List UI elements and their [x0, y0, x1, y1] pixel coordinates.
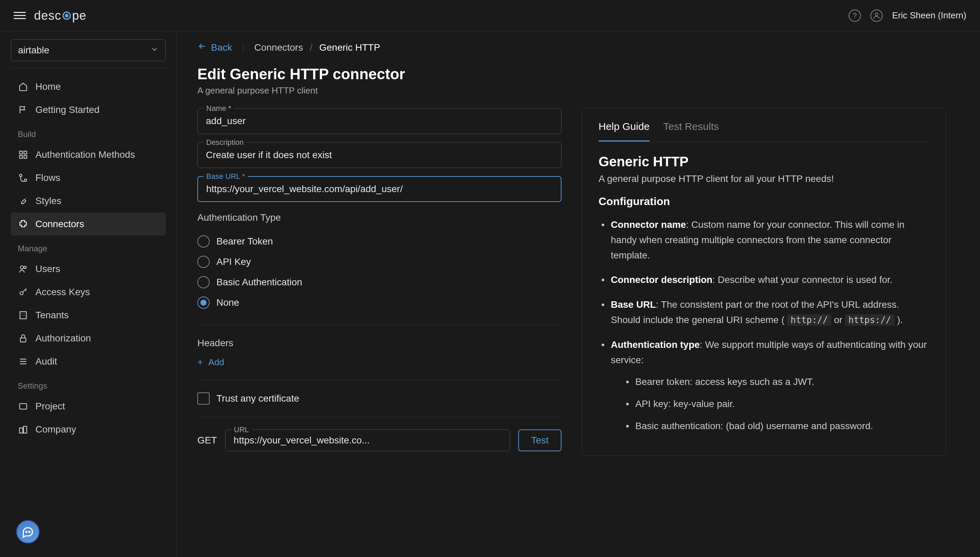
section-build: Build — [11, 121, 166, 143]
config-item: Base URL: The consistent part or the roo… — [599, 297, 929, 328]
svg-point-11 — [20, 292, 23, 295]
divider — [198, 380, 562, 380]
content: Back Connectors / Generic HTTP Edit Gene… — [177, 31, 980, 557]
flag-icon — [18, 104, 29, 115]
radio-api-key[interactable]: API Key — [198, 252, 562, 272]
brush-icon — [18, 195, 29, 207]
form-col: Name * Description Base URL * Authentica… — [198, 108, 562, 456]
radio-icon — [198, 276, 210, 288]
tenant-select[interactable]: airtable — [11, 39, 166, 61]
chat-bubble-icon[interactable] — [16, 520, 39, 543]
help-subtitle: A general purpose HTTP client for all yo… — [599, 173, 929, 184]
divider — [11, 68, 166, 68]
sidebar-item-label: Company — [35, 424, 76, 435]
tenant-selected-label: airtable — [18, 45, 49, 56]
sidebar-item-home[interactable]: Home — [11, 75, 166, 98]
checkbox-label: Trust any certificate — [216, 393, 299, 404]
username[interactable]: Eric Sheen (Intern) — [892, 10, 966, 21]
name-label: Name * — [204, 104, 234, 113]
sidebar-item-audit[interactable]: Audit — [11, 350, 166, 373]
tab-test-results[interactable]: Test Results — [663, 121, 719, 142]
sidebar-item-flows[interactable]: Flows — [11, 166, 166, 189]
add-label: Add — [208, 357, 224, 368]
radio-bearer-token[interactable]: Bearer Token — [198, 231, 562, 252]
sidebar-item-getting-started[interactable]: Getting Started — [11, 98, 166, 121]
breadcrumb-current: Generic HTTP — [319, 42, 380, 53]
logo-text-post: pe — [72, 8, 87, 23]
description-field-group: Description — [198, 142, 562, 168]
plus-icon: + — [198, 357, 203, 368]
topbar-left: desc pe — [14, 8, 87, 23]
svg-rect-13 — [20, 338, 26, 342]
back-label: Back — [211, 42, 232, 53]
user-avatar-icon[interactable] — [871, 10, 883, 22]
logo-text-pre: desc — [34, 8, 61, 23]
sidebar-item-users[interactable]: Users — [11, 257, 166, 280]
config-text: ). — [895, 314, 903, 325]
sidebar-item-company[interactable]: Company — [11, 418, 166, 441]
svg-point-8 — [24, 179, 27, 182]
sidebar-item-authorization[interactable]: Authorization — [11, 327, 166, 350]
name-input[interactable] — [198, 108, 562, 134]
svg-rect-16 — [23, 427, 26, 433]
radio-icon — [198, 235, 210, 248]
svg-rect-12 — [20, 312, 26, 319]
radio-none[interactable]: None — [198, 292, 562, 313]
add-header-button[interactable]: + Add — [198, 357, 562, 368]
config-heading: Configuration — [599, 195, 929, 208]
svg-rect-6 — [24, 155, 26, 158]
sidebar-item-project[interactable]: Project — [11, 395, 166, 418]
logo-o-icon — [62, 11, 72, 20]
radio-label: Bearer Token — [216, 236, 273, 247]
sidebar-item-styles[interactable]: Styles — [11, 189, 166, 213]
radio-basic-auth[interactable]: Basic Authentication — [198, 272, 562, 292]
folder-icon — [18, 401, 29, 412]
divider — [198, 417, 562, 417]
svg-point-7 — [20, 174, 22, 177]
config-term: Authentication type — [611, 339, 700, 350]
sublist-item: Basic authentication: (bad old) username… — [623, 419, 929, 434]
config-text: : Describe what your connector is used f… — [712, 274, 893, 285]
sidebar-item-label: Project — [35, 401, 65, 412]
topbar: desc pe ? Eric Sheen (Intern) — [0, 0, 980, 31]
help-icon[interactable]: ? — [849, 10, 861, 22]
breadcrumb-link[interactable]: Connectors — [254, 42, 303, 53]
topbar-right: ? Eric Sheen (Intern) — [849, 10, 966, 22]
hamburger-menu-icon[interactable] — [14, 10, 26, 22]
config-term: Base URL — [611, 299, 656, 310]
svg-rect-5 — [20, 155, 23, 158]
test-button[interactable]: Test — [518, 430, 562, 451]
sidebar-item-label: Authorization — [35, 333, 91, 344]
test-url-input[interactable] — [225, 430, 510, 451]
sidebar-item-label: Connectors — [35, 219, 84, 230]
svg-point-9 — [20, 266, 23, 269]
key-icon — [18, 287, 29, 298]
headers-label: Headers — [198, 338, 562, 349]
chevron-down-icon — [150, 45, 158, 56]
logo[interactable]: desc pe — [34, 8, 87, 23]
config-item: Connector description: Describe what you… — [599, 272, 929, 288]
tab-help-guide[interactable]: Help Guide — [599, 121, 650, 142]
description-input[interactable] — [198, 142, 562, 168]
help-tabs: Help Guide Test Results — [599, 121, 929, 142]
sidebar-item-label: Audit — [35, 356, 57, 367]
baseurl-label: Base URL * — [204, 172, 248, 181]
svg-point-10 — [24, 266, 26, 269]
section-manage: Manage — [11, 236, 166, 257]
sidebar-item-label: Access Keys — [35, 287, 90, 298]
svg-rect-4 — [24, 151, 26, 154]
sidebar: airtable Home Getting Started Build Auth… — [0, 31, 177, 557]
divider — [198, 325, 562, 326]
lock-icon — [18, 333, 29, 344]
sidebar-item-label: Home — [35, 81, 61, 92]
config-item: Connector name: Custom name for your con… — [599, 217, 929, 263]
sidebar-item-connectors[interactable]: Connectors — [11, 213, 166, 236]
back-button[interactable]: Back — [198, 41, 232, 54]
sidebar-item-access-keys[interactable]: Access Keys — [11, 280, 166, 304]
sidebar-item-auth-methods[interactable]: Authentication Methods — [11, 143, 166, 166]
trust-cert-checkbox[interactable]: Trust any certificate — [198, 393, 562, 405]
code-pill: https:// — [845, 314, 894, 326]
baseurl-input[interactable] — [198, 176, 562, 202]
sidebar-item-tenants[interactable]: Tenants — [11, 304, 166, 327]
company-icon — [18, 424, 29, 435]
